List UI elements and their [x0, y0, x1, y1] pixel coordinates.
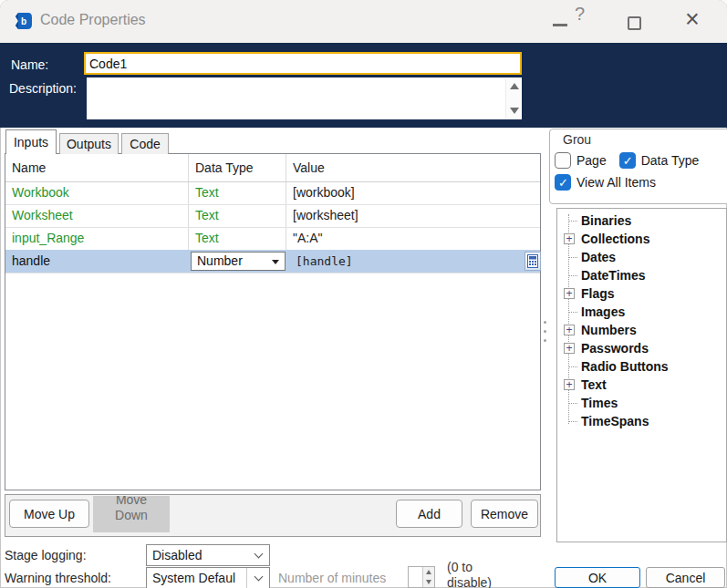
tree-stub — [569, 312, 577, 313]
ok-button[interactable]: OK — [555, 567, 640, 588]
expand-icon[interactable]: + — [564, 325, 575, 335]
dropdown-arrow-icon — [272, 260, 279, 264]
description-textarea[interactable] — [87, 77, 522, 119]
param-value[interactable]: [handle] — [296, 250, 353, 273]
param-name: input_Range — [12, 227, 84, 250]
tree-item-binaries[interactable]: Binaries — [557, 211, 726, 230]
expand-icon[interactable]: + — [564, 343, 575, 354]
tree-item-datetimes[interactable]: DateTimes — [557, 266, 726, 284]
tree-item-label: DateTimes — [581, 268, 646, 283]
param-row-input_Range[interactable]: input_RangeText"A:A" — [5, 227, 540, 250]
maximize-button[interactable] — [628, 16, 641, 30]
param-name: Workbook — [12, 181, 69, 204]
tree-stub — [569, 366, 577, 367]
cancel-button[interactable]: Cancel — [646, 567, 725, 588]
tree-item-label: Flags — [581, 286, 615, 301]
checkbox-data-type[interactable] — [619, 152, 636, 169]
param-row-Workbook[interactable]: WorkbookText[workbook] — [5, 181, 540, 204]
svg-text:b: b — [21, 16, 26, 26]
tree-item-images[interactable]: Images — [557, 303, 726, 321]
tree-item-radio-buttons[interactable]: Radio Buttons — [557, 357, 726, 376]
checkbox-label: Page — [576, 153, 607, 168]
group-panel: Grou PageData Type View All Items — [549, 129, 727, 204]
param-name: Worksheet — [12, 204, 73, 227]
tab-inputs[interactable]: Inputs — [5, 129, 57, 154]
tree-item-label: Collections — [581, 232, 649, 246]
minutes-spinner[interactable] — [408, 566, 435, 588]
table-button-strip: Move Up Move Down Add Remove — [5, 494, 541, 537]
param-name: handle — [12, 250, 50, 273]
data-type-select[interactable]: Number — [191, 252, 286, 271]
tree-item-passwords[interactable]: +Passwords — [557, 339, 726, 357]
row-divider — [5, 273, 540, 273]
expand-icon[interactable]: + — [564, 379, 575, 390]
name-label: Name: — [11, 57, 48, 72]
param-value[interactable]: [workbook] — [293, 181, 355, 204]
spinner-down-button[interactable] — [423, 577, 434, 587]
window-title: Code Properties — [40, 12, 146, 28]
close-button[interactable]: × — [685, 7, 700, 32]
tree-stub — [569, 275, 577, 276]
tree-item-text[interactable]: +Text — [557, 376, 726, 394]
checkbox-view-all-items[interactable] — [555, 174, 571, 191]
checkbox-page[interactable] — [555, 152, 571, 169]
checkbox-label: Data Type — [641, 153, 700, 168]
warning-threshold-label: Warning threshold: — [5, 571, 111, 585]
tree-item-label: Radio Buttons — [581, 359, 669, 374]
move-up-button[interactable]: Move Up — [9, 500, 89, 528]
spinner-up-button[interactable] — [423, 567, 434, 577]
chevron-down-icon — [254, 550, 264, 559]
tree-item-times[interactable]: Times — [557, 394, 726, 412]
splitter-handle[interactable] — [544, 321, 547, 345]
title-bar[interactable]: b Code Properties ? × — [0, 0, 727, 43]
code-properties-dialog: b Code Properties ? × Name: Description:… — [0, 0, 727, 588]
stage-header: Name: Description: — [0, 43, 727, 128]
tree-item-collections[interactable]: +Collections — [557, 230, 726, 248]
minutes-label: Number of minutes — [278, 571, 386, 585]
expand-icon[interactable]: + — [564, 233, 575, 244]
tree-item-label: Times — [581, 396, 618, 410]
data-items-tree[interactable]: Binaries+CollectionsDatesDateTimes+Flags… — [556, 208, 727, 542]
tree-item-numbers[interactable]: +Numbers — [557, 321, 726, 339]
stage-logging-label: Stage logging: — [5, 548, 87, 562]
warning-threshold-select[interactable]: System Defaul — [146, 567, 270, 588]
column-header-type[interactable]: Data Type — [195, 154, 254, 181]
expand-icon[interactable]: + — [564, 288, 575, 299]
param-value[interactable]: "A:A" — [293, 227, 323, 250]
description-label: Description: — [9, 81, 77, 96]
tree-item-label: Numbers — [581, 323, 637, 337]
group-panel-label: Grou — [563, 132, 591, 147]
param-row-handle[interactable]: handleNumber[handle] — [5, 250, 540, 273]
param-row-Worksheet[interactable]: WorksheetText[worksheet] — [5, 204, 540, 227]
tree-item-flags[interactable]: +Flags — [557, 284, 726, 303]
description-scrollbar[interactable] — [505, 78, 521, 119]
stage-logging-select[interactable]: Disabled — [146, 544, 270, 566]
minimize-button[interactable] — [553, 24, 567, 26]
help-button[interactable]: ? — [575, 4, 585, 25]
checkbox-label: View All Items — [576, 175, 656, 190]
expression-editor-button[interactable] — [524, 252, 541, 271]
tree-stub — [569, 257, 577, 258]
tree-item-dates[interactable]: Dates — [557, 248, 726, 266]
app-icon: b — [14, 11, 34, 31]
tree-item-label: Binaries — [581, 213, 631, 228]
tree-item-label: Images — [581, 304, 625, 319]
param-type: Text — [195, 204, 219, 227]
tree-stub — [569, 403, 577, 404]
column-header-name[interactable]: Name — [12, 154, 46, 181]
remove-button[interactable]: Remove — [471, 500, 538, 528]
scroll-down-icon[interactable] — [510, 108, 519, 114]
chevron-down-icon — [254, 573, 264, 582]
column-header-value[interactable]: Value — [293, 154, 325, 181]
param-type: Text — [195, 181, 219, 204]
tab-outputs[interactable]: Outputs — [59, 133, 119, 154]
name-input[interactable] — [84, 52, 522, 75]
param-type: Text — [195, 227, 219, 250]
tab-code[interactable]: Code — [121, 133, 169, 154]
add-button[interactable]: Add — [396, 500, 462, 528]
inputs-table[interactable]: Name Data Type Value WorkbookText[workbo… — [5, 153, 541, 490]
tree-item-timespans[interactable]: TimeSpans — [557, 412, 726, 430]
scroll-up-icon[interactable] — [510, 83, 519, 89]
tree-stub — [569, 221, 577, 222]
param-value[interactable]: [worksheet] — [293, 204, 358, 227]
